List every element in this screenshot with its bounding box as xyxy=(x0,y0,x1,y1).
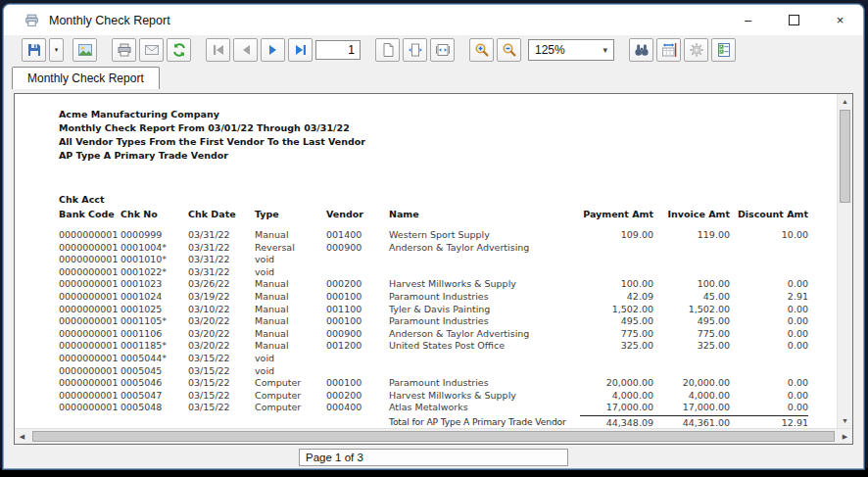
table-row: 0000000001 0001025 03/10/22 Manual 00110… xyxy=(59,304,837,316)
total-payment: 44,348.09 xyxy=(580,415,653,428)
report-type-line: AP Type A Primary Trade Vendor xyxy=(59,149,837,163)
horizontal-scrollbar-thumb[interactable] xyxy=(32,431,835,442)
report-viewport[interactable]: Acme Manufacturing Company Monthly Check… xyxy=(15,94,837,428)
column-width-button[interactable] xyxy=(656,38,681,62)
total-discount: 12.91 xyxy=(730,415,808,428)
report-options-button[interactable] xyxy=(711,38,736,62)
next-page-button[interactable] xyxy=(261,38,285,62)
report-title-line: Monthly Check Report From 03/01/22 Throu… xyxy=(59,121,837,135)
table-row: 0000000001 0005046 03/15/22 Computer 000… xyxy=(59,377,837,390)
table-row: 0000000001 0005044* 03/15/22 void xyxy=(59,353,837,365)
table-row: 0000000001 0001185* 03/20/22 Manual 0012… xyxy=(59,340,837,353)
toolbar: ▾ xyxy=(4,35,863,65)
scroll-right-arrow[interactable]: ▶ xyxy=(838,429,852,444)
printer-report-icon xyxy=(24,12,40,28)
fit-width-button[interactable] xyxy=(430,38,455,62)
table-row: 0000000001 0001024 03/19/22 Manual 00010… xyxy=(59,291,837,304)
zoom-in-icon xyxy=(474,42,490,58)
email-icon xyxy=(144,42,160,58)
zoom-out-icon xyxy=(502,42,517,58)
print-icon xyxy=(117,42,132,58)
maximize-button[interactable] xyxy=(771,5,817,35)
find-button[interactable] xyxy=(629,38,653,62)
horizontal-scrollbar[interactable]: ◀ ▶ xyxy=(15,428,852,444)
print-button[interactable] xyxy=(112,38,136,62)
find-icon xyxy=(634,42,650,58)
table-row: 0000000001 0001004* 03/31/22 Reversal 00… xyxy=(59,242,837,255)
report-preview-area: Acme Manufacturing Company Monthly Check… xyxy=(14,93,853,445)
minimize-button[interactable]: – xyxy=(725,5,771,35)
status-bar: Page 1 of 3 xyxy=(4,447,863,468)
page-number-input[interactable] xyxy=(315,40,361,60)
zoom-in-button[interactable] xyxy=(469,38,494,62)
next-page-icon xyxy=(265,42,281,58)
page-info: Page 1 of 3 xyxy=(299,449,568,466)
report-company-line: Acme Manufacturing Company xyxy=(59,108,837,121)
table-row: 0000000001 0001023 03/26/22 Manual 00020… xyxy=(59,278,837,291)
save-icon xyxy=(26,42,42,58)
report-rows: 0000000001 0000999 03/31/22 Manual 00140… xyxy=(59,229,837,414)
table-row: 0000000001 0001022* 03/31/22 void xyxy=(59,266,837,279)
actual-size-icon xyxy=(380,42,396,58)
export-image-button[interactable] xyxy=(72,38,97,62)
table-row: 0000000001 0005045 03/15/22 void xyxy=(59,365,837,378)
actual-size-button[interactable] xyxy=(375,38,400,62)
table-row: 0000000001 0001010* 03/31/22 void xyxy=(59,254,837,266)
save-dropdown-button[interactable]: ▾ xyxy=(49,38,64,62)
total-label: Total for AP Type A Primary Trade Vendor xyxy=(389,415,580,428)
window-title: Monthly Check Report xyxy=(49,14,725,27)
fit-page-icon xyxy=(408,42,423,58)
scroll-left-arrow[interactable]: ◀ xyxy=(15,429,29,444)
save-dropdown-icon: ▾ xyxy=(55,46,59,54)
total-invoice: 44,361.00 xyxy=(653,415,730,428)
chevron-down-icon: ▾ xyxy=(603,45,607,55)
scroll-down-arrow[interactable]: ▼ xyxy=(838,413,852,428)
report-options-icon xyxy=(716,42,732,58)
tab-bar: Monthly Check Report xyxy=(4,65,863,89)
settings-gear-icon xyxy=(689,42,704,58)
zoom-out-button[interactable] xyxy=(497,38,521,62)
tab-monthly-check-report[interactable]: Monthly Check Report xyxy=(12,67,160,89)
table-row: 0000000001 0005047 03/15/22 Computer 000… xyxy=(59,390,837,403)
previous-page-icon xyxy=(238,42,254,58)
close-button[interactable]: × xyxy=(817,5,863,35)
vertical-scrollbar-thumb[interactable] xyxy=(840,110,850,203)
table-row: 0000000001 0000999 03/31/22 Manual 00140… xyxy=(59,229,837,242)
refresh-button[interactable] xyxy=(167,38,191,62)
first-page-icon xyxy=(211,42,226,58)
scroll-up-arrow[interactable]: ▲ xyxy=(838,94,852,109)
table-row: 0000000001 0005048 03/15/22 Computer 000… xyxy=(59,402,837,414)
settings-button[interactable] xyxy=(684,38,708,62)
fit-width-icon xyxy=(435,42,451,58)
report-total-row: Total for AP Type A Primary Trade Vendor… xyxy=(59,415,837,428)
last-page-button[interactable] xyxy=(288,38,313,62)
table-row: 0000000001 0001106 03/20/22 Manual 00090… xyxy=(59,328,837,341)
zoom-level-select[interactable]: 125% ▾ xyxy=(528,39,614,61)
first-page-button[interactable] xyxy=(206,38,230,62)
fit-page-button[interactable] xyxy=(403,38,427,62)
report-viewer-window: Monthly Check Report – × ▾ xyxy=(3,4,864,469)
column-headers: Chk Acct Bank Code Chk No Chk Date Type … xyxy=(59,192,837,221)
title-bar: Monthly Check Report – × xyxy=(4,5,863,35)
email-button[interactable] xyxy=(139,38,164,62)
previous-page-button[interactable] xyxy=(233,38,258,62)
column-width-icon xyxy=(661,42,677,58)
report-page: Acme Manufacturing Company Monthly Check… xyxy=(15,94,837,428)
save-button[interactable] xyxy=(22,38,46,62)
vertical-scrollbar[interactable]: ▲ ▼ xyxy=(837,94,852,428)
maximize-icon xyxy=(789,15,799,25)
table-row: 0000000001 0001105* 03/20/22 Manual 0001… xyxy=(59,315,837,328)
last-page-icon xyxy=(293,42,309,58)
refresh-icon xyxy=(171,42,187,58)
report-range-line: All Vendor Types From the First Vendor T… xyxy=(59,135,837,149)
zoom-level-value: 125% xyxy=(535,43,565,57)
export-image-icon xyxy=(77,42,93,58)
